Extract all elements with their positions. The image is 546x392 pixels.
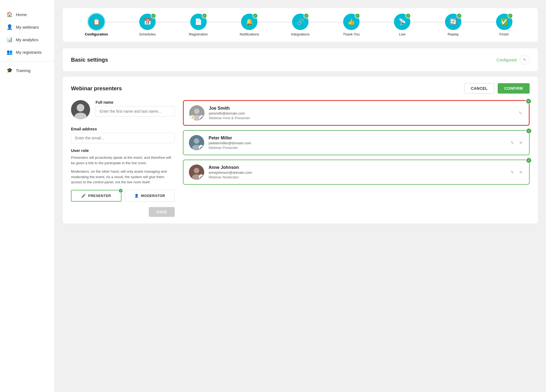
presenter-email-peter-miller: petetermiller@domain.com — [209, 141, 505, 145]
presenter-avatar-peter-miller: 🎤 — [189, 135, 204, 150]
presenter-role-label: PRESENTER — [88, 194, 111, 198]
presenters-header: Webinar presenters CANCEL CONFIRM — [71, 83, 530, 94]
home-icon: 🏠 — [7, 11, 13, 17]
card-actions-joe-smith: ✎ — [518, 109, 523, 117]
presenter-selected-check: ✓ — [118, 188, 123, 193]
remove-presenter-anne-johnson[interactable]: ✕ — [518, 169, 524, 176]
sidebar-label-training: Training — [16, 68, 31, 73]
moderator-role-button[interactable]: 👤 MODERATOR — [125, 190, 175, 202]
email-input[interactable] — [71, 133, 175, 143]
user-role-desc2: Moderators, on the other hand, will only… — [71, 169, 175, 185]
svg-point-6 — [194, 138, 199, 144]
step-live[interactable]: 📡 ✓ Live — [377, 14, 428, 36]
full-name-input[interactable] — [96, 106, 175, 116]
step-label-configuration: Configuration — [85, 32, 108, 36]
card-actions-anne-johnson: ✎ ✕ — [509, 169, 524, 176]
sidebar-label-my-analytics: My analytics — [16, 37, 38, 42]
step-circle-finish: ✅ ✓ — [496, 14, 512, 30]
presenter-role-joe-smith: Webinar Host & Presenter — [209, 116, 513, 120]
name-field-group: Full name — [96, 100, 175, 121]
presenter-role-button[interactable]: 🎤 PRESENTER ✓ — [71, 190, 121, 202]
sidebar: 🏠Home👤My webinars📊My analytics👥My regist… — [0, 0, 55, 392]
step-circle-live: 📡 ✓ — [394, 14, 410, 30]
card-check-joe-smith: ✓ — [526, 98, 532, 104]
training-icon: 🎓 — [7, 67, 13, 73]
step-notifications[interactable]: 🔔 ✓ Notifications — [224, 14, 275, 36]
presenter-name-joe-smith: Joe Smith — [209, 106, 513, 111]
step-thank-you[interactable]: 👍 ✓ Thank You — [326, 14, 377, 36]
basic-settings-card: Basic settings Configured ✎ — [63, 48, 538, 71]
step-finish[interactable]: ✅ ✓ Finish — [479, 14, 530, 36]
step-schedules[interactable]: 📅 ✓ Schedules — [122, 14, 173, 36]
presenters-list: ✓ 🔑🎤 Joe Smith joesmith@domain.com Webin… — [183, 100, 530, 217]
sidebar-item-my-registrants[interactable]: 👥My registrants — [0, 46, 54, 58]
presenter-role-peter-miller: Webinar Presenter — [209, 146, 505, 150]
my-registrants-icon: 👥 — [7, 49, 13, 55]
svg-point-1 — [75, 113, 87, 119]
moderator-role-label: MODERATOR — [141, 194, 165, 198]
sidebar-item-my-analytics[interactable]: 📊My analytics — [0, 33, 54, 46]
step-check-registration: ✓ — [202, 13, 207, 19]
cancel-button[interactable]: CANCEL — [464, 83, 494, 94]
sidebar-item-training[interactable]: 🎓Training — [0, 64, 54, 77]
basic-settings-edit-button[interactable]: ✎ — [520, 55, 530, 65]
step-circle-replay: 🔄 ✓ — [445, 14, 461, 30]
step-icon-finish: ✅ — [500, 18, 508, 25]
step-check-finish: ✓ — [508, 13, 513, 19]
mic-indicator-peter-miller: 🎤 — [199, 145, 204, 150]
presenters-actions: CANCEL CONFIRM — [464, 83, 530, 94]
presenter-avatar-anne-johnson: 🎤 — [189, 164, 204, 180]
step-circle-thank-you: 👍 ✓ — [343, 14, 360, 30]
confirm-button[interactable]: CONFIRM — [498, 83, 530, 94]
remove-presenter-peter-miller[interactable]: ✕ — [518, 139, 524, 146]
sidebar-item-my-webinars[interactable]: 👤My webinars — [0, 21, 54, 33]
presenter-info-peter-miller: Peter Miller petetermiller@domain.com We… — [209, 136, 505, 150]
step-integrations[interactable]: 🔗 ✓ Integrations — [275, 14, 326, 36]
step-configuration[interactable]: 📋 Configuration — [71, 14, 122, 36]
main-content: 📋 Configuration 📅 ✓ Schedules 📄 ✓ Regist… — [55, 0, 546, 392]
edit-presenter-peter-miller[interactable]: ✎ — [509, 139, 515, 146]
presenter-info-joe-smith: Joe Smith joesmith@domain.com Webinar Ho… — [209, 106, 513, 120]
presenter-name-peter-miller: Peter Miller — [209, 136, 505, 140]
presenter-form: Full name Email address User role Presen… — [71, 100, 175, 217]
presenter-card-anne-johnson[interactable]: ✓ 🎤 Anne Johnson annejohnson@domain.com … — [183, 160, 530, 185]
step-label-schedules: Schedules — [139, 32, 156, 36]
step-check-thank-you: ✓ — [355, 13, 360, 19]
step-icon-replay: 🔄 — [450, 18, 457, 25]
presenter-card-joe-smith[interactable]: ✓ 🔑🎤 Joe Smith joesmith@domain.com Webin… — [183, 100, 530, 126]
card-check-peter-miller: ✓ — [526, 128, 532, 134]
user-role-group: User role Presenters will proactively sp… — [71, 148, 175, 185]
step-replay[interactable]: 🔄 ✓ Replay — [428, 14, 479, 36]
step-registration[interactable]: 📄 ✓ Registration — [173, 14, 224, 36]
key-icon-joe-smith: 🔑 — [190, 115, 195, 120]
svg-point-9 — [194, 168, 199, 173]
card-actions-peter-miller: ✎ ✕ — [509, 139, 524, 146]
step-icon-thank-you: 👍 — [348, 18, 355, 25]
avatar-placeholder — [71, 100, 90, 119]
step-check-notifications: ✓ — [253, 13, 258, 19]
save-button[interactable]: SAVE — [149, 207, 175, 217]
step-circle-schedules: 📅 ✓ — [139, 14, 156, 30]
presenter-card-peter-miller[interactable]: ✓ 🎤 Peter Miller petetermiller@domain.co… — [183, 130, 530, 155]
presenter-email-anne-johnson: annejohnson@domain.com — [209, 170, 505, 175]
step-icon-live: 📡 — [399, 18, 406, 25]
sidebar-label-my-registrants: My registrants — [16, 50, 41, 55]
mic-indicator-joe-smith: 🎤 — [199, 115, 204, 120]
step-circle-integrations: 🔗 ✓ — [292, 14, 308, 30]
edit-presenter-anne-johnson[interactable]: ✎ — [509, 169, 515, 176]
step-icon-schedules: 📅 — [144, 18, 151, 25]
user-role-desc1: Presenters will proactively speak at the… — [71, 155, 175, 166]
edit-presenter-joe-smith[interactable]: ✎ — [518, 109, 523, 117]
sidebar-item-home[interactable]: 🏠Home — [0, 8, 54, 21]
step-label-thank-you: Thank You — [343, 32, 360, 36]
card-check-anne-johnson: ✓ — [526, 157, 532, 163]
step-label-registration: Registration — [189, 32, 208, 36]
step-circle-registration: 📄 ✓ — [190, 14, 207, 30]
step-label-finish: Finish — [499, 32, 509, 36]
mic-indicator-anne-johnson: 🎤 — [199, 174, 204, 179]
svg-point-0 — [77, 104, 84, 112]
step-icon-integrations: 🔗 — [297, 18, 304, 25]
step-label-replay: Replay — [448, 32, 459, 36]
sidebar-label-my-webinars: My webinars — [16, 25, 39, 29]
configured-status: Configured — [497, 58, 517, 62]
